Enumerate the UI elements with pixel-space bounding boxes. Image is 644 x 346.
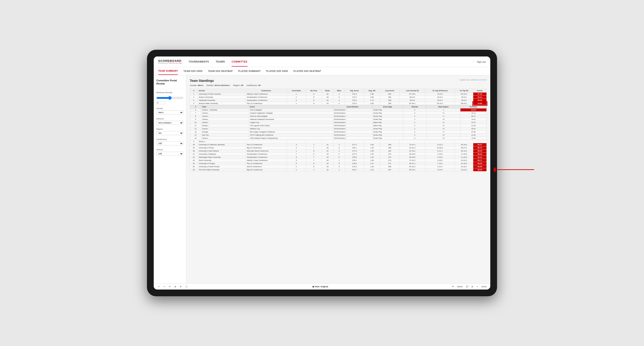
filter-conference: Conference: All <box>246 84 260 86</box>
table-row[interactable]: 4 Arizona State University Pac-12 Confer… <box>190 102 487 105</box>
col-bnds: Bnds <box>322 89 334 93</box>
table-row[interactable]: 13 Georgia Ben Hogan Collegiate Invitati… <box>190 130 486 134</box>
copy-button[interactable]: ⊞ <box>174 285 177 288</box>
clock-button[interactable]: 🕐 <box>184 285 188 288</box>
sidebar-school: School (All) <box>156 149 183 156</box>
division-select[interactable]: NCAA Division I NCAA Division II <box>156 121 183 125</box>
table-row[interactable]: 3 Vanderbilt University Southeastern Con… <box>190 99 487 102</box>
col-vs-top50: Vs Top 50 <box>455 89 473 93</box>
redo-button[interactable]: ↪ <box>163 285 166 288</box>
col-wins: Wins <box>334 89 345 93</box>
refresh-button[interactable]: ⟳ <box>168 285 172 288</box>
table-row[interactable]: 11 Florida I... The Cypress Point Classi… <box>190 124 486 127</box>
sub-navigation: TEAM SUMMARY TEAM H2H GRID TEAM H2H HEAT… <box>154 67 490 75</box>
view-original-icon: ◉ <box>312 286 314 288</box>
settings-button[interactable]: ⚙ <box>179 285 182 288</box>
watch-label[interactable]: Watch <box>457 286 463 288</box>
table-row[interactable]: 2 Auburn University Southeastern Confere… <box>190 96 487 99</box>
standings-table: # School Conference Conf Rank No Tour Bn… <box>190 89 487 172</box>
app-logo: SCOREBOARD Powered by Powered by clipp <box>158 59 182 64</box>
sidebar-division: Division NCAA Division I NCAA Division I… <box>156 118 183 125</box>
grid-icon: ⊞ <box>472 286 473 288</box>
tablet-screen: SCOREBOARD Powered by Powered by clipp T… <box>154 56 490 290</box>
col-avg-sg: Avg. SG <box>364 89 380 93</box>
table-row[interactable]: 18 University of California, Berkeley Pa… <box>190 143 487 146</box>
col-school: School <box>198 89 246 93</box>
expanded-sub-table: # Team Event Event Division Event Type R… <box>190 105 487 140</box>
sidebar-gender: Gender Men's Women's <box>156 107 183 115</box>
share-icon: ↗ <box>476 286 478 288</box>
nav-tournaments[interactable]: TOURNAMENTS <box>188 57 209 67</box>
table-row[interactable]: 25 University of North Florida ASUN Conf… <box>190 165 487 168</box>
sidebar-region: Region N/A All <box>156 128 183 135</box>
table-row[interactable]: 24 University of Oregon Pac-12 Conferenc… <box>190 162 487 165</box>
toolbar: ↩ ↪ ⟳ ⊞ ⚙ 🕐 ◉ View: Original 👁 Watch 💬 ⊞… <box>154 284 490 290</box>
sidebar-conference: Conference (All) <box>156 138 183 146</box>
col-low-overall: Low Overall 25 <box>400 89 425 93</box>
tablet-frame: SCOREBOARD Powered by Powered by clipp T… <box>147 50 497 296</box>
conference-select[interactable]: (All) <box>156 141 183 146</box>
table-row[interactable]: 21 University of Alabama Southeastern Co… <box>190 153 487 156</box>
table-row[interactable]: 1 University of North Carolina Atlantic … <box>190 93 487 96</box>
share-label[interactable]: Share <box>481 286 487 288</box>
powered-by: Powered by Powered by clipp <box>158 62 182 64</box>
update-time: Update time: 13/03/2024 10:03:42 <box>460 79 487 81</box>
expanded-header-row: # Team Event Event Division Event Type R… <box>190 105 487 140</box>
subnav-team-h2h-heatmap[interactable]: TEAM H2H HEATMAP <box>208 68 233 75</box>
col-conference: Conference <box>246 89 287 93</box>
table-row[interactable]: 15 Univers... 2023 Sahalee Players Champ… <box>190 137 486 140</box>
subnav-player-summary[interactable]: PLAYER SUMMARY <box>238 68 261 75</box>
highlighted-points-cell[interactable]: 79.50 <box>473 102 486 105</box>
annotation-arrow <box>494 163 538 176</box>
table-row[interactable]: 6 Univers... University Celci Collegiate… <box>190 108 486 112</box>
col-conf-rank: Conf Rank <box>286 89 306 93</box>
col-rank: # <box>190 89 198 93</box>
col-vs-top25: Vs Top 25 Record <box>425 89 455 93</box>
school-select[interactable]: (All) <box>156 152 183 156</box>
table-row[interactable]: 20 University of New Mexico Mountain Wes… <box>190 150 487 153</box>
table-row[interactable]: 22 Mississippi State University Southeas… <box>190 156 487 159</box>
content-area: Committee Portal Review Minimum Rounds G… <box>154 75 490 284</box>
subnav-team-summary[interactable]: TEAM SUMMARY <box>158 67 178 75</box>
table-row[interactable]: 7 Univers... Southern Highlands Collegia… <box>190 112 486 115</box>
view-label[interactable]: View: Original <box>314 286 328 288</box>
sidebar-minimum-rounds: Minimum Rounds <box>156 91 183 104</box>
table-row[interactable]: 10 Univers... Copper Cup NCAA Division I… <box>190 121 486 124</box>
nav-teams[interactable]: TEAMS <box>216 57 225 67</box>
nav-committee[interactable]: COMMITTEE <box>232 57 248 67</box>
col-adj-score: Adj. Score <box>345 89 364 93</box>
gender-select[interactable]: Men's Women's <box>156 111 183 115</box>
table-row[interactable]: 9 Univers... National Invitational Tourn… <box>190 118 486 121</box>
main-panel: Team Standings Update time: 13/03/2024 1… <box>186 75 490 284</box>
table-row[interactable]: 26 The Ohio State University Big Ten Con… <box>190 168 487 172</box>
subnav-player-h2h-heatmap[interactable]: PLAYER H2H HEATMAP <box>294 68 321 75</box>
table-row[interactable]: 8 Univers... Amer An Intercollegiate NCA… <box>190 115 486 118</box>
undo-button[interactable]: ↩ <box>157 285 161 288</box>
top-nav: SCOREBOARD Powered by Powered by clipp T… <box>154 56 490 67</box>
min-rounds-slider[interactable] <box>156 95 183 100</box>
toolbar-left: ↩ ↪ ⟳ ⊞ ⚙ 🕐 <box>157 285 188 288</box>
sign-out-link[interactable]: Sign out <box>473 60 486 63</box>
col-low-score: Low Score <box>380 89 400 93</box>
table-row[interactable]: 14 East Tee... OFCC Fighting Illini Invi… <box>190 134 486 137</box>
table-row[interactable]: 5 Texas T... <box>190 140 487 143</box>
sidebar-portal-title: Committee Portal Review <box>156 79 183 85</box>
filter-region: Region: All <box>233 84 243 86</box>
main-navigation: TOURNAMENTS TEAMS COMMITTEE <box>188 57 473 67</box>
sidebar: Committee Portal Review Minimum Rounds G… <box>154 75 186 284</box>
filter-division: Division: NCAA Division I <box>206 84 230 86</box>
table-row[interactable]: 12 Univers... Williams Cup NCAA Division… <box>190 127 486 130</box>
table-row[interactable]: 19 University of Texas Big 12 Conference… <box>190 146 487 150</box>
subnav-team-h2h-grid[interactable]: TEAM H2H GRID <box>183 68 202 75</box>
filter-gender: Gender: Men's <box>190 84 203 86</box>
toolbar-right: 👁 Watch 💬 ⊞ ↗ Share <box>452 286 487 288</box>
subnav-player-h2h-grid[interactable]: PLAYER H2H GRID <box>266 68 288 75</box>
panel-header: Team Standings Update time: 13/03/2024 1… <box>190 79 487 82</box>
region-select[interactable]: N/A All <box>156 131 183 135</box>
min-rounds-input[interactable] <box>156 101 166 104</box>
table-row[interactable]: 23 Duke University Atlantic Coast Confer… <box>190 159 487 162</box>
panel-title: Team Standings <box>190 79 214 82</box>
col-points: Points <box>473 89 486 93</box>
eye-icon: 👁 <box>452 286 454 288</box>
col-no-tour: No Tour <box>306 89 322 93</box>
